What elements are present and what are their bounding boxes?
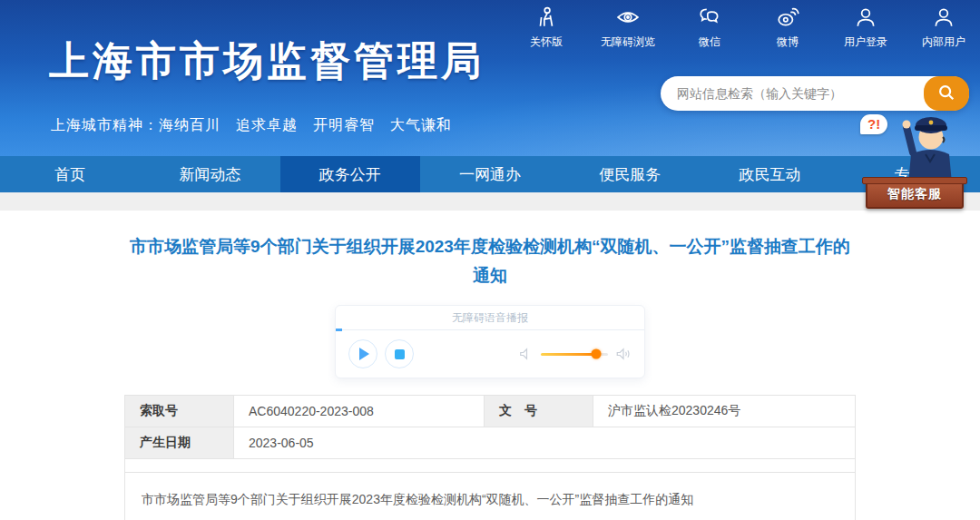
article-content: 市市场监管局等9个部门关于组织开展2023年度检验检测机构“双随机、一公开”监督… — [0, 211, 980, 520]
weibo-icon — [776, 5, 799, 32]
table-row: 市市场监管局等9个部门关于组织开展2023年度检验检测机构“双随机、一公开”监督… — [125, 473, 856, 520]
topbar-link-user-login[interactable]: 用户登录 — [842, 5, 889, 50]
site-logo-title: 上海市市场监督管理局 — [49, 34, 485, 88]
topbar-link-label: 无障碍浏览 — [601, 34, 655, 50]
topbar-link-internal-user[interactable]: 内部用户 — [920, 5, 967, 50]
elderly-care-icon — [534, 5, 558, 32]
nav-item-news[interactable]: 新闻动态 — [140, 156, 279, 192]
play-icon — [359, 348, 369, 360]
wechat-icon — [698, 5, 721, 32]
audio-stop-button[interactable] — [385, 339, 414, 368]
user-icon — [932, 5, 956, 32]
nav-item-interaction[interactable]: 政民互动 — [700, 156, 839, 192]
main-nav: 首页 新闻动态 政务公开 一网通办 便民服务 政民互动 专题 — [0, 156, 980, 192]
topbar-link-wechat[interactable]: 微信 — [686, 5, 733, 50]
accessibility-audio-player: 无障碍语音播报 — [335, 305, 645, 378]
topbar-link-accessibility[interactable]: 无障碍浏览 — [601, 5, 655, 50]
audio-play-button[interactable] — [348, 339, 377, 368]
mascot-podium: 智能客服 — [866, 180, 964, 209]
meta-id-label: 索取号 — [125, 396, 234, 427]
topbar-link-label: 微博 — [777, 34, 799, 50]
site-search — [661, 76, 969, 111]
nav-item-one-stop-service[interactable]: 一网通办 — [420, 156, 560, 192]
topbar-quick-links: 关怀版 无障碍浏览 微信 微博 用户登录 — [523, 5, 967, 50]
officer-mascot-icon — [900, 107, 960, 183]
eye-icon — [616, 5, 640, 32]
nav-item-gov-disclosure[interactable]: 政务公开 — [280, 156, 420, 192]
search-input[interactable] — [661, 76, 924, 111]
stop-icon — [395, 349, 405, 359]
table-row: 产生日期 2023-06-05 — [125, 427, 856, 459]
meta-id-value: AC6040220-2023-008 — [234, 396, 485, 427]
topbar-link-label: 关怀版 — [530, 34, 563, 50]
nav-item-home[interactable]: 首页 — [0, 156, 140, 192]
table-row: 索取号 AC6040220-2023-008 文 号 沪市监认检20230246… — [125, 396, 856, 427]
content-top-divider — [0, 192, 980, 211]
volume-high-icon — [615, 346, 632, 362]
topbar-link-care-version[interactable]: 关怀版 — [523, 5, 570, 50]
topbar-link-label: 内部用户 — [922, 34, 965, 50]
document-meta-table: 索取号 AC6040220-2023-008 文 号 沪市监认检20230246… — [124, 395, 856, 520]
mascot-label: 智能客服 — [887, 186, 942, 202]
table-spacer-row — [125, 459, 856, 473]
article-title: 市市场监管局等9个部门关于组织开展2023年度检验检测机构“双随机、一公开”监督… — [124, 232, 856, 290]
search-icon — [936, 83, 956, 105]
topbar-link-label: 用户登录 — [844, 34, 887, 50]
topbar-link-label: 微信 — [699, 34, 720, 50]
topbar-link-weibo[interactable]: 微博 — [764, 5, 811, 50]
volume-slider-knob[interactable] — [591, 349, 601, 359]
meta-date-value: 2023-06-05 — [234, 427, 856, 459]
meta-doc-no-value: 沪市监认检20230246号 — [593, 396, 856, 427]
user-icon — [854, 5, 877, 32]
audio-player-title: 无障碍语音播报 — [452, 311, 528, 324]
volume-low-icon — [517, 346, 534, 362]
city-spirit-slogan: 上海城市精神：海纳百川 追求卓越 开明睿智 大气谦和 — [51, 116, 452, 135]
search-button[interactable] — [924, 76, 969, 111]
smart-customer-service-mascot[interactable]: ?! 智能客服 — [860, 107, 965, 209]
volume-slider[interactable] — [541, 353, 608, 356]
nav-item-public-service[interactable]: 便民服务 — [560, 156, 700, 192]
article-body-text: 市市场监管局等9个部门关于组织开展2023年度检验检测机构“双随机、一公开”监督… — [142, 487, 736, 512]
meta-date-label: 产生日期 — [125, 427, 234, 459]
audio-progress-bar — [336, 329, 342, 331]
site-banner: 关怀版 无障碍浏览 微信 微博 用户登录 — [0, 0, 980, 156]
mascot-speech-bubble: ?! — [860, 114, 887, 134]
meta-doc-no-label: 文 号 — [485, 396, 593, 427]
